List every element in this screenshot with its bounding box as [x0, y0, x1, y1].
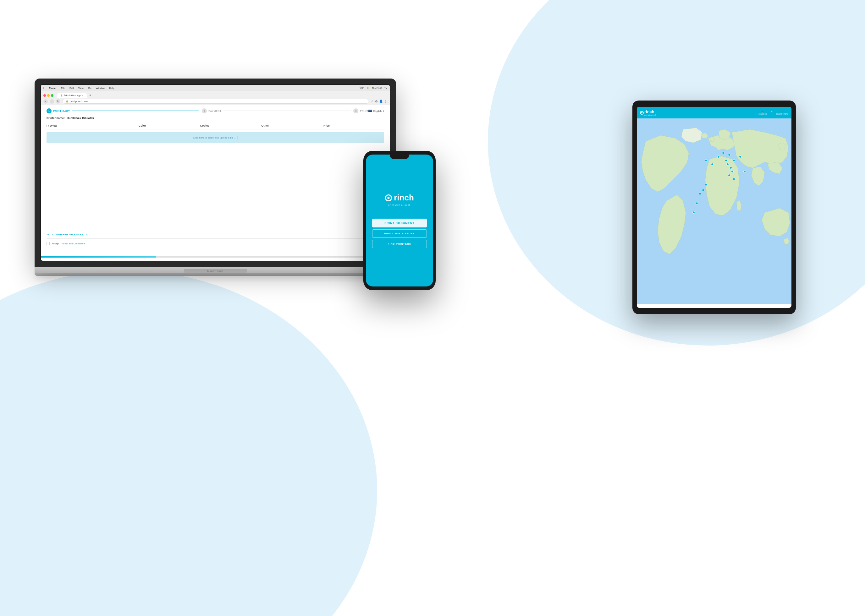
profile-icon[interactable]: 👤	[379, 100, 383, 103]
laptop-screen:  Finder File Edit View Go Window Help W…	[41, 85, 390, 261]
map-pin[interactable]	[711, 163, 714, 165]
terms-checkbox[interactable]	[47, 242, 50, 245]
browser-tab-active[interactable]: 🖨 Princh Web app ✕	[57, 93, 87, 98]
browser-back-button[interactable]: ‹	[43, 99, 48, 104]
col-color: Color	[139, 124, 200, 127]
tablet-device: rinch print with a touch 📤 SEND DOC 🏠	[632, 101, 796, 314]
map-pin[interactable]	[733, 178, 735, 180]
map-pin[interactable]	[739, 156, 742, 158]
printer-name-row: Printer name: Humlebæk Bibliotek	[47, 116, 384, 120]
map-pin[interactable]	[733, 159, 735, 162]
battery-icon: 🔋	[367, 87, 369, 89]
laptop-base	[35, 273, 396, 276]
language-selector[interactable]: English ▾	[369, 110, 384, 112]
terms-link[interactable]: Terms and Conditions	[61, 242, 85, 245]
map-pin[interactable]	[696, 202, 698, 204]
webapp-footer: TOTAL NUMBER OF PAGES: 0 TOTAL PRI Accep…	[47, 233, 384, 245]
step-2-label: PAYMENT	[208, 110, 221, 112]
phone-find-printers-button[interactable]: FIND PRINTERS	[372, 240, 427, 248]
tablet-header: rinch print with a touch 📤 SEND DOC 🏠	[637, 107, 791, 118]
col-other: Other	[261, 124, 323, 127]
laptop-hinge: MacBook	[35, 267, 396, 273]
map-pin[interactable]	[699, 193, 701, 195]
tablet-body: rinch print with a touch 📤 SEND DOC 🏠	[632, 101, 796, 314]
tablet-logo-sub: print with a touch	[644, 114, 656, 116]
tablet-nav-home[interactable]: 🏠	[771, 111, 773, 115]
phone-body: rinch print with a touch PRINT DOCUMENT …	[363, 151, 436, 290]
mac-menubar-right: WiFi 🔋 Thu 21:06 🔍	[359, 87, 387, 89]
send-doc-icon: 📤	[762, 111, 764, 112]
window-maximize-btn[interactable]	[51, 94, 54, 97]
menubar-window: Window	[96, 87, 105, 90]
scene:  Finder File Edit View Go Window Help W…	[0, 0, 865, 616]
map-container[interactable]	[637, 118, 791, 304]
progress-bar	[41, 256, 390, 258]
address-url: print.princh.com	[70, 100, 88, 103]
apple-logo-icon: 	[43, 86, 45, 90]
bookmark-icon[interactable]: ☆	[371, 100, 374, 103]
total-row: TOTAL NUMBER OF PAGES: 0 TOTAL PRI	[47, 233, 384, 239]
step-2: 2 PAYMENT	[202, 108, 221, 113]
browser-chrome: 🖨 Princh Web app ✕ + ‹ › ↻ 🔒	[41, 91, 390, 105]
step-3-label: PRINT	[360, 110, 369, 112]
menubar-file: File	[61, 87, 65, 90]
total-pages-value: 0	[86, 233, 87, 236]
tablet-logo: rinch print with a touch	[640, 109, 656, 116]
cursor-icon: |	[237, 136, 238, 140]
step-2-circle: 2	[202, 108, 207, 113]
tablet-nav-find-printers[interactable]: 📍 FIND PRINTERS	[776, 111, 788, 115]
browser-tab-label: Princh Web app	[64, 94, 80, 97]
menu-icon[interactable]: ⋮	[384, 100, 387, 103]
window-close-btn[interactable]	[43, 94, 46, 97]
laptop-notch: MacBook	[184, 269, 247, 273]
new-tab-button[interactable]: +	[88, 94, 92, 97]
tablet-screen: rinch print with a touch 📤 SEND DOC 🏠	[637, 107, 791, 308]
upload-area[interactable]: Click here to select and upload a file .…	[47, 132, 384, 143]
webapp-content: 1 PRINT CART 2 PAYMENT	[41, 105, 390, 258]
step-1: 1 PRINT CART	[47, 108, 70, 113]
browser-tabs: 🖨 Princh Web app ✕ +	[43, 93, 387, 98]
browser-controls: ‹ › ↻ 🔒 print.princh.com ☆ ⚙ 👤	[43, 99, 387, 104]
phone-logo: rinch print with a touch	[385, 193, 414, 206]
table-header: Preview Color Copies Other Price	[47, 122, 384, 129]
printer-name-label: Printer name:	[47, 116, 65, 120]
map-pin[interactable]	[726, 163, 729, 165]
terms-row: Accept Terms and Conditions	[47, 242, 384, 245]
browser-refresh-button[interactable]: ↻	[56, 99, 60, 104]
map-pin[interactable]	[702, 189, 704, 191]
menubar-go: Go	[88, 87, 91, 90]
laptop-screen-bezel:  Finder File Edit View Go Window Help W…	[40, 84, 391, 261]
menubar-finder: Finder	[49, 87, 57, 90]
browser-forward-button[interactable]: ›	[50, 99, 54, 104]
phone-print-document-button[interactable]: PRINT DOCUMENT	[372, 218, 427, 228]
tablet-nav: 📤 SEND DOC 🏠 📍 FIND PRINTERS	[758, 111, 788, 115]
tablet-nav-send[interactable]: 📤 SEND DOC	[758, 111, 767, 115]
step-1-circle: 1	[47, 108, 52, 113]
stepper: 1 PRINT CART 2 PAYMENT	[47, 108, 384, 113]
phone-device: rinch print with a touch PRINT DOCUMENT …	[363, 151, 436, 290]
phone-print-history-button[interactable]: PRINT JOB HISTORY	[372, 229, 427, 238]
window-minimize-btn[interactable]	[47, 94, 50, 97]
world-map	[637, 118, 791, 304]
printer-name-value: Humlebæk Bibliotek	[67, 116, 94, 120]
tablet-logo-text: rinch	[644, 109, 656, 114]
map-pin[interactable]	[717, 156, 720, 158]
send-doc-label: SEND DOC	[758, 113, 767, 115]
col-copies: Copies	[200, 124, 261, 127]
progress-fill	[41, 256, 156, 258]
mac-menubar:  Finder File Edit View Go Window Help W…	[41, 85, 390, 91]
find-printers-label: FIND PRINTERS	[776, 113, 788, 115]
menubar-view: View	[78, 87, 84, 90]
phone-menu: PRINT DOCUMENT PRINT JOB HISTORY FIND PR…	[372, 218, 427, 248]
upload-text: Click here to select and upload a file .…	[193, 136, 236, 139]
rinch-logo-o-icon	[640, 111, 644, 115]
total-pages-label: TOTAL NUMBER OF PAGES:	[47, 233, 84, 236]
tab-close-icon[interactable]: ✕	[82, 94, 84, 97]
browser-actions: ☆ ⚙ 👤 ⋮	[371, 100, 387, 103]
map-pin[interactable]	[722, 152, 725, 154]
mac-menubar-left:  Finder File Edit View Go Window Help	[43, 86, 114, 90]
address-bar[interactable]: 🔒 print.princh.com	[62, 99, 369, 104]
accept-label: Accept	[52, 242, 59, 245]
extensions-icon[interactable]: ⚙	[375, 100, 378, 103]
laptop-brand-label: MacBook	[207, 270, 224, 273]
